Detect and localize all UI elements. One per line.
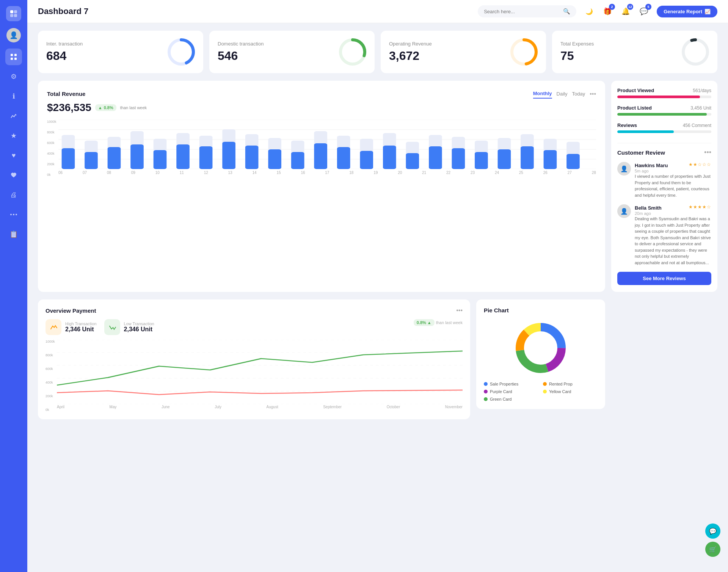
sidebar-item-menu[interactable] bbox=[5, 206, 22, 223]
tab-daily[interactable]: Daily bbox=[557, 89, 568, 98]
sidebar-item-settings[interactable]: ⚙ bbox=[5, 68, 22, 85]
progress-bar-3 bbox=[617, 130, 711, 133]
metric-value-1: 561/days bbox=[693, 88, 711, 93]
progress-bar-2 bbox=[617, 113, 711, 116]
legend-label-4: Rented Prop bbox=[549, 382, 573, 386]
stat-value-3: 75 bbox=[560, 49, 594, 63]
sidebar-item-favorites[interactable]: ★ bbox=[5, 127, 22, 144]
reviewer-name-2: Bella Smith bbox=[635, 205, 662, 211]
reviewer-avatar-2: 👤 bbox=[617, 204, 631, 218]
metric-reviews: Reviews 456 Comment bbox=[617, 122, 711, 133]
svg-rect-36 bbox=[176, 144, 190, 169]
stat-card-3: Total Expenses 75 bbox=[552, 31, 717, 73]
stars-2: ★★★★☆ bbox=[689, 204, 711, 210]
chat-icon-btn[interactable]: 💬 5 bbox=[637, 5, 651, 18]
tab-today[interactable]: Today bbox=[572, 89, 585, 98]
svg-rect-30 bbox=[108, 147, 121, 169]
progress-fill-1 bbox=[617, 96, 700, 98]
payment-more-icon[interactable]: ••• bbox=[456, 307, 463, 314]
svg-rect-44 bbox=[268, 149, 281, 169]
payment-title: Overview Payment bbox=[46, 307, 96, 314]
review-item-2: 👤 Bella Smith ★★★★☆ 20m ago Dealing with… bbox=[617, 204, 711, 266]
donut-2 bbox=[510, 38, 538, 66]
header: Dashboard 7 🔍 🌙 🎁 2 🔔 12 💬 5 Generate Re… bbox=[27, 0, 728, 23]
pie-chart-visual bbox=[484, 320, 598, 376]
see-more-button[interactable]: See More Reviews bbox=[617, 272, 711, 285]
revenue-title: Total Revenue bbox=[47, 91, 85, 97]
sidebar-item-analytics[interactable] bbox=[5, 108, 22, 124]
header-icons: 🌙 🎁 2 🔔 12 💬 5 bbox=[582, 5, 651, 18]
svg-rect-5 bbox=[14, 54, 17, 56]
sidebar-item-reports[interactable]: 📋 bbox=[5, 226, 22, 243]
review-text-2: Dealing with Syamsudin and Bakri was a j… bbox=[635, 216, 711, 266]
review-item-1: 👤 Hawkins Maru ★★☆☆☆ 5m ago I viewed a n… bbox=[617, 162, 711, 198]
page-title: Dashboard 7 bbox=[38, 6, 472, 16]
low-transaction-icon bbox=[104, 319, 120, 335]
sidebar-item-info[interactable]: ℹ bbox=[5, 88, 22, 105]
chat-badge: 5 bbox=[645, 4, 651, 10]
gift-badge: 2 bbox=[609, 4, 615, 10]
y-axis-labels: 0k200k400k600k800k1000k bbox=[47, 120, 58, 177]
avatar[interactable]: 👤 bbox=[6, 28, 21, 42]
legend-dot-2 bbox=[484, 390, 488, 393]
stat-value-1: 546 bbox=[218, 49, 264, 63]
search-input[interactable] bbox=[484, 9, 560, 14]
svg-rect-40 bbox=[222, 142, 235, 169]
reviewer-info-2: Bella Smith ★★★★☆ 20m ago Dealing with S… bbox=[635, 204, 711, 266]
sidebar-item-likes[interactable]: ♥ bbox=[5, 147, 22, 164]
bottom-row: Overview Payment ••• High Transaction 2,… bbox=[38, 299, 717, 419]
metric-value-2: 3,456 Unit bbox=[690, 105, 711, 111]
high-value: 2,346 Unit bbox=[65, 326, 97, 333]
svg-rect-7 bbox=[14, 58, 17, 60]
revenue-change-badge: ▲ 0.8% bbox=[95, 104, 116, 111]
content-area: Inter. transaction 684 Domestic transact… bbox=[27, 23, 728, 427]
review-text-1: I viewed a number of properties with Jus… bbox=[635, 173, 711, 198]
donut-0 bbox=[168, 38, 195, 66]
revenue-tab-group: Monthly Daily Today ••• bbox=[533, 89, 596, 99]
legend-label-5: Yellow Card bbox=[549, 389, 571, 394]
legend-rented-prop: Rented Prop bbox=[543, 382, 598, 386]
app-logo[interactable] bbox=[6, 6, 21, 21]
metric-product-viewed: Product Viewed 561/days bbox=[617, 88, 711, 98]
svg-rect-66 bbox=[521, 146, 534, 169]
svg-rect-48 bbox=[314, 143, 327, 169]
generate-report-button[interactable]: Generate Report 📈 bbox=[657, 6, 717, 17]
progress-bar-1 bbox=[617, 96, 711, 98]
sidebar-item-print[interactable]: 🖨 bbox=[5, 186, 22, 203]
main-content: Dashboard 7 🔍 🌙 🎁 2 🔔 12 💬 5 Generate Re… bbox=[27, 0, 728, 572]
line-chart-y-labels: 0k200k400k600k800k1000k bbox=[46, 340, 56, 412]
review-title: Customer Review bbox=[617, 149, 665, 156]
svg-rect-2 bbox=[10, 14, 13, 17]
cart-float-button[interactable]: 🛒 bbox=[705, 542, 720, 557]
change-label: than last week bbox=[120, 105, 147, 110]
sidebar-item-wishlist[interactable] bbox=[5, 167, 22, 183]
svg-point-82 bbox=[525, 332, 557, 364]
search-icon[interactable]: 🔍 bbox=[563, 8, 570, 15]
search-bar[interactable]: 🔍 bbox=[478, 5, 576, 17]
stat-card-1: Domestic transaction 546 bbox=[209, 31, 375, 73]
tab-monthly[interactable]: Monthly bbox=[533, 89, 552, 99]
svg-rect-62 bbox=[475, 152, 488, 169]
bell-icon-btn[interactable]: 🔔 12 bbox=[619, 5, 632, 18]
review-more-icon[interactable]: ••• bbox=[704, 149, 711, 157]
support-float-button[interactable]: 💬 bbox=[705, 523, 720, 539]
svg-rect-4 bbox=[11, 54, 13, 56]
svg-rect-58 bbox=[429, 146, 442, 169]
pie-title: Pie Chart bbox=[484, 307, 598, 313]
low-value: 2,346 Unit bbox=[124, 326, 154, 333]
line-chart-x-labels: AprilMayJuneJulyAugustSeptemberOctoberNo… bbox=[46, 404, 463, 409]
gift-icon-btn[interactable]: 🎁 2 bbox=[601, 5, 614, 18]
pie-svg bbox=[512, 320, 569, 376]
legend-green-card: Green Card bbox=[484, 397, 538, 401]
more-options-icon[interactable]: ••• bbox=[590, 91, 596, 97]
theme-toggle[interactable]: 🌙 bbox=[582, 5, 596, 18]
stat-cards-row: Inter. transaction 684 Domestic transact… bbox=[38, 31, 717, 73]
svg-rect-54 bbox=[383, 146, 396, 169]
stat-label-2: Operating Revenue bbox=[389, 41, 432, 47]
legend-label-1: Sale Properties bbox=[490, 382, 518, 386]
revenue-number: $236,535 bbox=[47, 102, 91, 114]
sidebar-item-dashboard[interactable] bbox=[5, 49, 22, 65]
low-transaction: Low Transaction 2,346 Unit bbox=[104, 319, 154, 335]
pie-card: Pie Chart bbox=[476, 299, 605, 409]
svg-rect-6 bbox=[11, 58, 13, 60]
